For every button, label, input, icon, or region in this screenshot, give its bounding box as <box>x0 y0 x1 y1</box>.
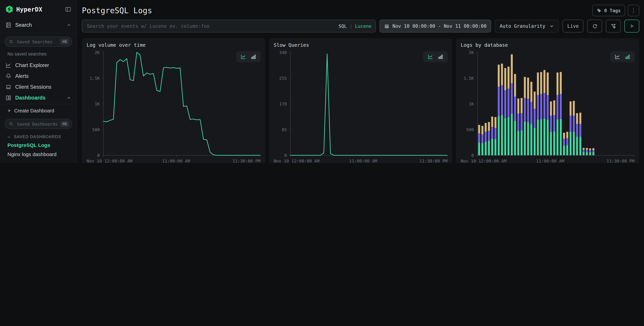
saved-searches-input[interactable] <box>16 39 60 45</box>
chevron-down-icon <box>7 162 11 163</box>
sql-toggle[interactable]: SQL <box>338 23 347 29</box>
chart-title: Logs by database <box>461 42 634 48</box>
sidebar-item-alerts[interactable]: Alerts <box>0 71 77 82</box>
chart-panel-log-volume-over-time: Log volume over time2K1.5K1K5000Nov 10 1… <box>82 38 265 163</box>
page-title: PostgreSQL Logs <box>82 6 152 15</box>
logo-row: HyperDX <box>0 0 77 18</box>
sidebar-item-client-sessions[interactable]: Client Sessions <box>0 82 77 92</box>
plus-icon <box>7 108 12 113</box>
saved-dashboards-search[interactable]: ⌘K <box>5 119 72 129</box>
controls-row: SQL | Lucene Nov 10 00:00:00 - Nov 11 00… <box>82 20 639 33</box>
event-search-input[interactable] <box>86 23 338 29</box>
chart-y-axis-label: 0 <box>97 153 100 158</box>
line-view-button[interactable] <box>240 54 246 60</box>
charts-grid: Log volume over time2K1.5K1K5000Nov 10 1… <box>82 38 639 163</box>
search-section-label: Search <box>15 22 32 28</box>
lucene-toggle[interactable]: Lucene <box>355 23 372 29</box>
section-saved-dashboards[interactable]: SAVED DASHBOARDS <box>0 131 77 141</box>
chart-plot-area <box>289 51 448 157</box>
chart-x-axis-label: 11:00:00 AM <box>349 158 377 163</box>
dashboards-grid-icon <box>6 95 12 101</box>
sidebar-item-dashboards[interactable]: Dashboards <box>0 92 77 103</box>
chart-x-axis-label: Nov 10 12:00:00 AM <box>86 158 132 163</box>
live-label: Live <box>568 23 579 29</box>
sidebar-item-search[interactable]: Search <box>0 18 77 32</box>
bar-view-button[interactable] <box>625 54 630 60</box>
time-range-value: Nov 10 00:00:00 - Nov 11 00:00:00 <box>392 23 486 29</box>
sidebar-item-label: Dashboards <box>15 95 46 101</box>
collapse-sidebar-icon[interactable] <box>65 6 71 13</box>
chart-type-toolbar <box>610 51 635 62</box>
laptop-icon <box>6 84 12 90</box>
filter-button[interactable] <box>606 20 621 33</box>
chart-y-axis-label: 0 <box>284 153 287 158</box>
sidebar-dashboard-nginx-logs[interactable]: Nginx logs dashboard <box>0 150 77 159</box>
play-icon <box>629 23 634 29</box>
granularity-value: Auto Granularity <box>500 23 546 29</box>
tags-button[interactable]: 0 Tags <box>592 5 625 16</box>
chevron-down-icon <box>7 135 11 139</box>
chevron-up-icon[interactable] <box>66 23 71 28</box>
chart-type-toolbar <box>236 51 261 62</box>
chart-plot-column: Nov 10 12:00:00 AM11:00:00 AM11:30:00 PM <box>289 51 448 163</box>
chart-x-axis-label: Nov 10 12:00:00 AM <box>274 158 320 163</box>
refresh-button[interactable] <box>587 20 602 33</box>
app-title: HyperDX <box>16 6 42 13</box>
bar-view-button[interactable] <box>251 54 256 60</box>
time-range-picker[interactable]: Nov 10 00:00:00 - Nov 11 00:00:00 <box>380 20 491 33</box>
chart-x-axis-label: 11:30:00 PM <box>232 158 260 163</box>
refresh-icon <box>592 23 598 29</box>
granularity-select[interactable]: Auto Granularity <box>495 20 559 33</box>
toggle-divider: | <box>350 23 352 29</box>
query-language-toggle: SQL | Lucene <box>338 23 372 29</box>
chevron-up-icon[interactable] <box>66 95 71 100</box>
section-presets[interactable]: PRESETS <box>0 159 77 163</box>
chart-body: 2K1.5K1K5000Nov 10 12:00:00 AM11:00:00 A… <box>86 51 260 163</box>
sidebar-item-label: Chart Explorer <box>15 62 49 68</box>
create-dashboard-label: Create Dashboard <box>14 108 54 113</box>
chart-panel-logs-by-database: Logs by database2K1.5K1K5000Nov 10 12:00… <box>456 38 639 163</box>
tags-label: 0 Tags <box>604 8 621 13</box>
saved-dashboards-input[interactable] <box>16 121 60 127</box>
saved-searches-search[interactable]: ⌘K <box>5 37 72 47</box>
calendar-icon <box>384 24 390 29</box>
chart-canvas <box>289 51 448 157</box>
line-view-button[interactable] <box>428 54 433 60</box>
chart-title: Slow Queries <box>274 42 448 48</box>
section-label-text: PRESETS <box>14 162 35 163</box>
chart-plot-column: Nov 10 12:00:00 AM11:00:00 AM11:30:00 PM <box>476 51 634 163</box>
line-view-button[interactable] <box>614 54 620 60</box>
chart-y-axis: 2K1.5K1K5000 <box>461 51 476 157</box>
live-button[interactable]: Live <box>563 20 584 33</box>
page-menu-button[interactable]: ⋮ <box>628 5 639 16</box>
chart-body: 2K1.5K1K5000Nov 10 12:00:00 AM11:00:00 A… <box>461 51 634 163</box>
chart-x-axis-label: 11:00:00 AM <box>162 158 190 163</box>
chart-body: 340255170850Nov 10 12:00:00 AM11:00:00 A… <box>274 51 448 163</box>
chart-canvas <box>102 51 260 157</box>
line-chart-icon <box>6 62 12 68</box>
no-saved-searches-text: No saved searches <box>0 49 77 60</box>
chart-y-axis-label: 1K <box>469 101 474 107</box>
chart-y-axis-label: 170 <box>279 101 287 107</box>
create-dashboard-button[interactable]: Create Dashboard <box>0 105 77 115</box>
chart-x-axis: Nov 10 12:00:00 AM11:00:00 AM11:30:00 PM <box>274 157 448 163</box>
shortcut-badge: ⌘K <box>60 121 69 127</box>
shortcut-badge: ⌘K <box>60 39 69 45</box>
kebab-icon: ⋮ <box>631 8 636 14</box>
sidebar-dashboard-postgresql-logs[interactable]: PostgreSQL Logs <box>0 141 77 150</box>
run-query-button[interactable] <box>624 20 639 33</box>
chart-plot-column: Nov 10 12:00:00 AM11:00:00 AM11:30:00 PM <box>102 51 260 163</box>
chevron-down-icon <box>550 24 554 29</box>
chart-x-axis: Nov 10 12:00:00 AM11:00:00 AM11:30:00 PM <box>461 157 634 163</box>
bar-view-button[interactable] <box>438 54 444 60</box>
sidebar-item-chart-explorer[interactable]: Chart Explorer <box>0 60 77 71</box>
chart-y-axis-label: 1.5K <box>90 76 100 81</box>
chart-y-axis: 340255170850 <box>274 51 289 157</box>
divider <box>0 33 77 33</box>
sidebar-item-label: Alerts <box>15 73 28 79</box>
chart-y-axis-label: 255 <box>279 76 287 81</box>
bell-icon <box>6 73 12 79</box>
section-label-text: SAVED DASHBOARDS <box>14 134 61 139</box>
chart-plot-area <box>476 51 634 157</box>
chart-x-axis-label: 11:00:00 AM <box>536 158 564 163</box>
